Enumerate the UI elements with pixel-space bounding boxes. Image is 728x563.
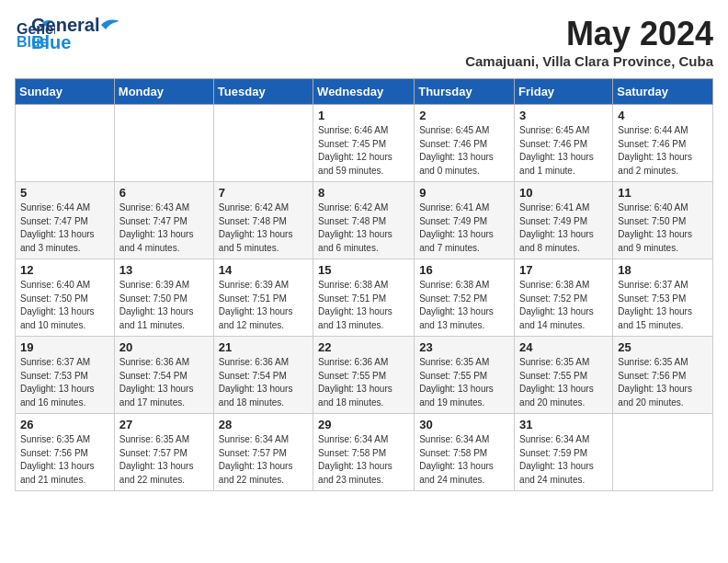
day-number: 8 [318, 186, 409, 200]
table-row: 13Sunrise: 6:39 AM Sunset: 7:50 PM Dayli… [114, 259, 213, 337]
day-number: 2 [419, 109, 509, 122]
table-row: 28Sunrise: 6:34 AM Sunset: 7:57 PM Dayli… [213, 414, 313, 491]
day-number: 14 [219, 263, 308, 277]
calendar-week-row: 26Sunrise: 6:35 AM Sunset: 7:56 PM Dayli… [16, 414, 713, 491]
calendar-week-row: 5Sunrise: 6:44 AM Sunset: 7:47 PM Daylig… [16, 182, 713, 259]
day-number: 12 [20, 263, 109, 277]
table-row: 23Sunrise: 6:35 AM Sunset: 7:55 PM Dayli… [415, 337, 515, 414]
table-row: 3Sunrise: 6:45 AM Sunset: 7:46 PM Daylig… [515, 105, 613, 182]
table-row: 14Sunrise: 6:39 AM Sunset: 7:51 PM Dayli… [213, 259, 313, 337]
table-row: 27Sunrise: 6:35 AM Sunset: 7:57 PM Dayli… [114, 414, 213, 491]
table-row: 26Sunrise: 6:35 AM Sunset: 7:56 PM Dayli… [16, 414, 115, 491]
day-info: Sunrise: 6:44 AM Sunset: 7:46 PM Dayligh… [618, 124, 708, 178]
table-row: 18Sunrise: 6:37 AM Sunset: 7:53 PM Dayli… [613, 259, 713, 337]
day-number: 17 [519, 263, 608, 277]
day-number: 9 [419, 186, 509, 200]
day-number: 22 [318, 340, 409, 354]
calendar-week-row: 1Sunrise: 6:46 AM Sunset: 7:45 PM Daylig… [16, 105, 713, 182]
table-row: 24Sunrise: 6:35 AM Sunset: 7:55 PM Dayli… [515, 337, 613, 414]
table-row [213, 105, 313, 182]
table-row: 16Sunrise: 6:38 AM Sunset: 7:52 PM Dayli… [415, 259, 515, 337]
day-info: Sunrise: 6:37 AM Sunset: 7:53 PM Dayligh… [618, 279, 708, 332]
day-number: 27 [119, 418, 209, 431]
col-sunday: Sunday [16, 79, 115, 105]
day-info: Sunrise: 6:38 AM Sunset: 7:52 PM Dayligh… [519, 279, 608, 332]
day-number: 1 [318, 109, 409, 122]
day-number: 29 [318, 418, 409, 431]
table-row: 8Sunrise: 6:42 AM Sunset: 7:48 PM Daylig… [313, 182, 415, 259]
day-number: 24 [519, 340, 608, 354]
col-friday: Friday [515, 79, 613, 105]
table-row: 7Sunrise: 6:42 AM Sunset: 7:48 PM Daylig… [213, 182, 313, 259]
day-number: 15 [318, 263, 409, 277]
day-number: 4 [618, 109, 708, 122]
day-number: 5 [20, 186, 109, 200]
day-number: 25 [618, 340, 708, 354]
day-info: Sunrise: 6:39 AM Sunset: 7:51 PM Dayligh… [219, 279, 308, 332]
table-row: 9Sunrise: 6:41 AM Sunset: 7:49 PM Daylig… [415, 182, 515, 259]
col-tuesday: Tuesday [213, 79, 313, 105]
day-info: Sunrise: 6:35 AM Sunset: 7:55 PM Dayligh… [419, 356, 509, 409]
day-info: Sunrise: 6:37 AM Sunset: 7:53 PM Dayligh… [20, 356, 109, 409]
day-number: 3 [519, 109, 608, 122]
table-row: 20Sunrise: 6:36 AM Sunset: 7:54 PM Dayli… [114, 337, 213, 414]
col-thursday: Thursday [415, 79, 515, 105]
day-info: Sunrise: 6:43 AM Sunset: 7:47 PM Dayligh… [119, 201, 209, 255]
day-info: Sunrise: 6:44 AM Sunset: 7:47 PM Dayligh… [20, 201, 109, 255]
table-row: 1Sunrise: 6:46 AM Sunset: 7:45 PM Daylig… [313, 105, 415, 182]
day-number: 28 [219, 418, 308, 431]
day-info: Sunrise: 6:34 AM Sunset: 7:58 PM Dayligh… [318, 433, 409, 487]
col-saturday: Saturday [613, 79, 713, 105]
day-number: 20 [119, 340, 209, 354]
col-wednesday: Wednesday [313, 79, 415, 105]
table-row: 15Sunrise: 6:38 AM Sunset: 7:51 PM Dayli… [313, 259, 415, 337]
day-info: Sunrise: 6:45 AM Sunset: 7:46 PM Dayligh… [519, 124, 608, 178]
day-number: 18 [618, 263, 708, 277]
table-row: 31Sunrise: 6:34 AM Sunset: 7:59 PM Dayli… [515, 414, 613, 491]
day-info: Sunrise: 6:34 AM Sunset: 7:57 PM Dayligh… [219, 433, 308, 487]
page-header: General Blue General Blue May 2024 Camaj… [15, 15, 713, 69]
day-info: Sunrise: 6:36 AM Sunset: 7:54 PM Dayligh… [119, 356, 209, 409]
day-info: Sunrise: 6:36 AM Sunset: 7:54 PM Dayligh… [219, 356, 308, 409]
day-info: Sunrise: 6:45 AM Sunset: 7:46 PM Dayligh… [419, 124, 509, 178]
table-row: 11Sunrise: 6:40 AM Sunset: 7:50 PM Dayli… [613, 182, 713, 259]
day-info: Sunrise: 6:40 AM Sunset: 7:50 PM Dayligh… [618, 201, 708, 255]
day-number: 31 [519, 418, 608, 431]
table-row: 4Sunrise: 6:44 AM Sunset: 7:46 PM Daylig… [613, 105, 713, 182]
day-info: Sunrise: 6:34 AM Sunset: 7:58 PM Dayligh… [419, 433, 509, 487]
location: Camajuani, Villa Clara Province, Cuba [465, 53, 713, 69]
day-info: Sunrise: 6:38 AM Sunset: 7:51 PM Dayligh… [318, 279, 409, 332]
table-row: 10Sunrise: 6:41 AM Sunset: 7:49 PM Dayli… [515, 182, 613, 259]
day-info: Sunrise: 6:35 AM Sunset: 7:57 PM Dayligh… [119, 433, 209, 487]
calendar-table: Sunday Monday Tuesday Wednesday Thursday… [15, 78, 713, 491]
day-number: 16 [419, 263, 509, 277]
day-info: Sunrise: 6:42 AM Sunset: 7:48 PM Dayligh… [219, 201, 308, 255]
day-number: 19 [20, 340, 109, 354]
day-info: Sunrise: 6:41 AM Sunset: 7:49 PM Dayligh… [519, 201, 608, 255]
day-number: 7 [219, 186, 308, 200]
day-number: 26 [20, 418, 109, 431]
table-row: 5Sunrise: 6:44 AM Sunset: 7:47 PM Daylig… [16, 182, 115, 259]
day-info: Sunrise: 6:46 AM Sunset: 7:45 PM Dayligh… [318, 124, 409, 178]
month-year: May 2024 [465, 15, 713, 53]
table-row [613, 414, 713, 491]
day-info: Sunrise: 6:40 AM Sunset: 7:50 PM Dayligh… [20, 279, 109, 332]
col-monday: Monday [114, 79, 213, 105]
day-info: Sunrise: 6:41 AM Sunset: 7:49 PM Dayligh… [419, 201, 509, 255]
table-row: 17Sunrise: 6:38 AM Sunset: 7:52 PM Dayli… [515, 259, 613, 337]
day-info: Sunrise: 6:35 AM Sunset: 7:55 PM Dayligh… [519, 356, 608, 409]
table-row [16, 105, 115, 182]
table-row: 6Sunrise: 6:43 AM Sunset: 7:47 PM Daylig… [114, 182, 213, 259]
table-row: 2Sunrise: 6:45 AM Sunset: 7:46 PM Daylig… [415, 105, 515, 182]
table-row: 19Sunrise: 6:37 AM Sunset: 7:53 PM Dayli… [16, 337, 115, 414]
day-info: Sunrise: 6:35 AM Sunset: 7:56 PM Dayligh… [618, 356, 708, 409]
day-number: 21 [219, 340, 308, 354]
table-row [114, 105, 213, 182]
table-row: 25Sunrise: 6:35 AM Sunset: 7:56 PM Dayli… [613, 337, 713, 414]
day-number: 6 [119, 186, 209, 200]
table-row: 22Sunrise: 6:36 AM Sunset: 7:55 PM Dayli… [313, 337, 415, 414]
table-row: 12Sunrise: 6:40 AM Sunset: 7:50 PM Dayli… [16, 259, 115, 337]
day-number: 23 [419, 340, 509, 354]
day-info: Sunrise: 6:35 AM Sunset: 7:56 PM Dayligh… [20, 433, 109, 487]
day-info: Sunrise: 6:36 AM Sunset: 7:55 PM Dayligh… [318, 356, 409, 409]
